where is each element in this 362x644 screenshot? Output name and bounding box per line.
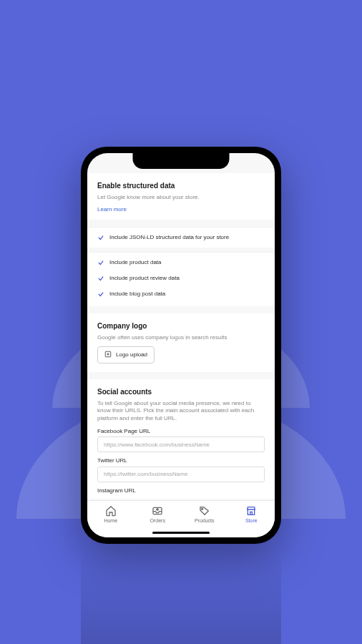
structured-data-section: Enable structured data Let Google know m… [87, 173, 275, 220]
section-title: Social accounts [97, 388, 265, 396]
upload-icon [104, 351, 112, 359]
section-title: Enable structured data [97, 182, 265, 190]
checkbox-include-jsonld[interactable]: Include JSON-LD structured data for your… [87, 227, 275, 248]
tab-label: Orders [150, 518, 165, 523]
home-indicator [152, 532, 210, 534]
screen: Enable structured data Let Google know m… [87, 153, 275, 537]
checkbox-review-data[interactable]: Include product review data [87, 273, 275, 288]
tab-orders[interactable]: Orders [139, 505, 176, 523]
checkbox-label: Include blog post data [109, 291, 165, 297]
section-desc: Let Google know more about your store. [97, 194, 265, 202]
store-icon [245, 505, 257, 517]
twitter-label: Twitter URL [97, 457, 265, 464]
phone-reflection [81, 540, 281, 644]
checkbox-product-data[interactable]: Include product data [87, 252, 275, 273]
notch [133, 153, 230, 169]
section-desc: Google often uses company logos in searc… [97, 334, 265, 342]
checkbox-blog-data[interactable]: Include blog post data [87, 288, 275, 306]
facebook-url-input[interactable] [97, 436, 265, 452]
section-title: Company logo [97, 322, 265, 330]
checkbox-label: Include product data [109, 259, 162, 265]
tab-home[interactable]: Home [92, 505, 129, 523]
learn-more-link[interactable]: Learn more [97, 206, 265, 213]
tab-label: Home [104, 518, 117, 523]
logo-upload-button[interactable]: Logo upload [97, 346, 155, 364]
checkmark-icon [97, 291, 104, 298]
svg-point-2 [201, 508, 202, 509]
checkbox-label: Include product review data [109, 275, 180, 281]
checkmark-icon [97, 259, 104, 266]
home-icon [105, 505, 117, 517]
facebook-label: Facebook Page URL [97, 428, 265, 434]
upload-label: Logo upload [116, 351, 147, 358]
twitter-url-input[interactable] [97, 467, 265, 482]
checkmark-icon [97, 275, 104, 282]
instagram-label: Instagram URL [97, 487, 265, 494]
inbox-icon [152, 505, 163, 517]
tab-label: Products [195, 518, 215, 523]
scroll-content[interactable]: Enable structured data Let Google know m… [87, 153, 275, 500]
section-desc: To tell Google about your social media p… [97, 400, 265, 423]
checkbox-label: Include JSON-LD structured data for your… [109, 234, 229, 240]
tab-products[interactable]: Products [186, 505, 223, 523]
tab-store[interactable]: Store [233, 505, 270, 523]
social-accounts-section: Social accounts To tell Google about you… [87, 379, 275, 499]
checkmark-icon [97, 234, 104, 241]
company-logo-section: Company logo Google often uses company l… [87, 313, 275, 372]
phone-frame: Enable structured data Let Google know m… [81, 147, 281, 544]
tag-icon [199, 505, 210, 517]
tab-label: Store [245, 518, 258, 523]
